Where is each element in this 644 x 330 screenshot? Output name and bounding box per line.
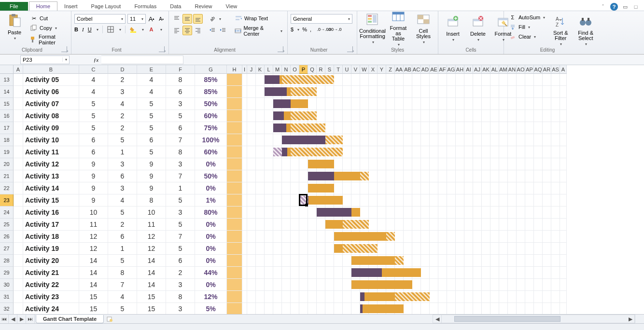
cell-Q15[interactable] [308,98,317,110]
cell-X18[interactable] [369,134,378,146]
cell-J28[interactable] [247,255,256,267]
cell-A22[interactable] [14,182,23,194]
cell-C26[interactable]: 12 [79,231,108,243]
cell-R26[interactable] [317,231,325,243]
cell-U18[interactable] [343,134,351,146]
cell-AE22[interactable] [430,182,438,194]
cell-AF28[interactable] [438,255,447,267]
cell-A 13[interactable] [560,74,567,86]
cell-AR24[interactable] [543,206,551,219]
percent-button[interactable]: % [302,27,307,32]
cell-AB15[interactable] [404,98,412,110]
cell-C22[interactable]: 9 [79,182,108,194]
cell-E18[interactable]: 6 [137,134,166,146]
cell-J32[interactable] [247,303,256,315]
tab-home[interactable]: Home [29,1,57,11]
cell-AF21[interactable] [438,170,447,182]
cell-C29[interactable]: 14 [79,267,108,279]
cell-A24[interactable] [14,206,23,219]
bold-button[interactable]: B [74,27,78,32]
cell-S28[interactable] [325,255,334,267]
cell-D32[interactable]: 5 [108,303,137,315]
col-header-AA[interactable]: AA [395,65,404,74]
cell-W23[interactable] [360,194,369,206]
cell-C14[interactable]: 4 [79,86,108,98]
cell-K18[interactable] [256,134,265,146]
cell-AD24[interactable] [421,206,430,219]
cell-T15[interactable] [334,98,343,110]
tab-review[interactable]: Review [188,2,219,11]
cell-AN16[interactable] [508,110,517,122]
font-face-combo[interactable]: Corbel▾ [74,14,126,24]
cell-J23[interactable] [247,194,256,206]
cell-F25[interactable]: 5 [166,219,195,231]
cell-AS14[interactable] [551,86,560,98]
cell-R15[interactable] [317,98,325,110]
cell-AB32[interactable] [404,303,412,315]
shrink-font-icon[interactable]: A▾ [157,15,165,23]
cell-AS15[interactable] [551,98,560,110]
cell-Y22[interactable] [378,182,386,194]
cell-Z21[interactable] [386,170,395,182]
cell-AE25[interactable] [430,219,438,231]
cell-Y21[interactable] [378,170,386,182]
cell-AK17[interactable] [482,122,490,134]
cell-H17[interactable] [227,122,242,134]
cell-T13[interactable] [334,74,343,86]
cell-W13[interactable] [360,74,369,86]
cell-AR16[interactable] [543,110,551,122]
cell-A 20[interactable] [560,158,567,170]
col-header-AH[interactable]: AH [456,65,464,74]
cell-AO16[interactable] [517,110,525,122]
cell-AH18[interactable] [456,134,464,146]
cell-AA19[interactable] [395,146,404,158]
cell-N20[interactable] [282,158,291,170]
sheet-nav-prev[interactable]: ◀ [9,315,17,323]
cell-E22[interactable]: 9 [137,182,166,194]
cell-V19[interactable] [351,146,360,158]
cell-AM21[interactable] [499,170,508,182]
cell-J21[interactable] [247,170,256,182]
cell-AJ31[interactable] [473,291,482,303]
cell-G16[interactable]: 60% [195,110,227,122]
cell-L15[interactable] [265,98,273,110]
cell-AB28[interactable] [404,255,412,267]
cell-I30[interactable] [242,279,247,291]
cell-AD22[interactable] [421,182,430,194]
cell-L30[interactable] [265,279,273,291]
row-header-18[interactable]: 18 [0,134,14,146]
cell-AQ30[interactable] [534,279,543,291]
merge-center-button[interactable]: Merge & Center▾ [233,25,284,37]
cell-AI21[interactable] [464,170,473,182]
align-left-button[interactable] [172,26,182,35]
cell-A 22[interactable] [560,182,567,194]
clipboard-launcher[interactable] [61,46,67,52]
cell-AD28[interactable] [421,255,430,267]
cell-AB21[interactable] [404,170,412,182]
cell-J19[interactable] [247,146,256,158]
col-header-L[interactable]: L [265,65,273,74]
col-header-N[interactable]: N [282,65,291,74]
cell-AI29[interactable] [464,267,473,279]
cell-F18[interactable]: 7 [166,134,195,146]
cell-M20[interactable] [273,158,282,170]
cell-S32[interactable] [325,303,334,315]
cell-AB23[interactable] [404,194,412,206]
cell-AP15[interactable] [525,98,534,110]
cell-AH17[interactable] [456,122,464,134]
cell-AI15[interactable] [464,98,473,110]
cell-F13[interactable]: 8 [166,74,195,86]
cell-K22[interactable] [256,182,265,194]
cell-T29[interactable] [334,267,343,279]
cell-H16[interactable] [227,110,242,122]
col-header-I[interactable]: I [242,65,247,74]
scroll-thumb[interactable] [454,316,560,322]
cell-AA24[interactable] [395,206,404,219]
increase-decimal-icon[interactable]: .0→.00 [320,26,328,33]
cell-I22[interactable] [242,182,247,194]
cell-E16[interactable]: 5 [137,110,166,122]
cell-AQ16[interactable] [534,110,543,122]
cell-AN25[interactable] [508,219,517,231]
cell-AO19[interactable] [517,146,525,158]
cell-AD21[interactable] [421,170,430,182]
